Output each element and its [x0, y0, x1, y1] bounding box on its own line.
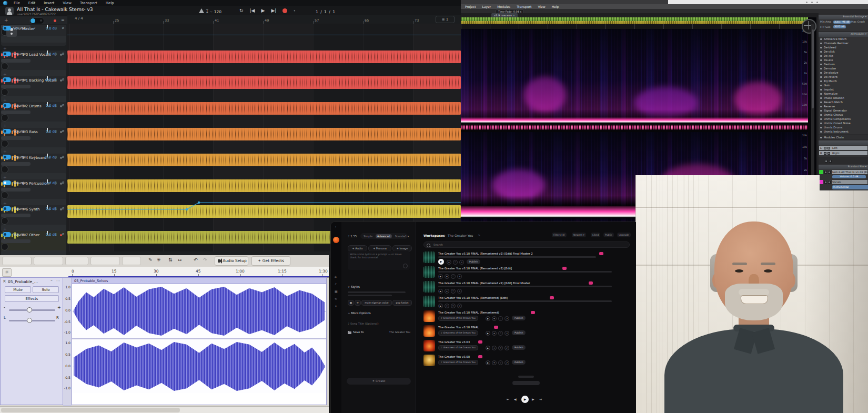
volume-param-caret[interactable]: ∨ — [34, 207, 36, 210]
rx-menu-project[interactable]: Project — [465, 5, 476, 8]
module-item[interactable]: Imprint — [819, 87, 868, 92]
automation-icon[interactable]: ø — [62, 206, 64, 210]
song-row[interactable]: The Greater You v3.10 FINAL (Remastered … — [416, 266, 636, 281]
module-item[interactable]: De-click — [819, 49, 868, 54]
add-icon[interactable]: + — [445, 274, 449, 279]
lyrics-input[interactable]: Write some lyrics or a prompt — or leave… — [348, 251, 410, 270]
record-buttons-disabled[interactable] — [65, 257, 88, 265]
model-version-select[interactable]: v1 ▾ — [403, 235, 409, 238]
gain-slider-thumb[interactable] — [27, 307, 32, 313]
track-fader[interactable] — [1, 162, 31, 166]
styles-section-label[interactable]: ∨ Styles — [348, 285, 360, 288]
add-icon[interactable]: + — [492, 346, 497, 350]
track-header-selected[interactable]: 8 7 Other M S Volume∨0.0 dBø — [1, 231, 66, 252]
more-options-toggle[interactable]: + More Options — [348, 311, 371, 315]
play-icon[interactable]: ▶ — [486, 360, 490, 365]
loop-button[interactable]: ↻ — [239, 8, 244, 13]
automation-icon[interactable]: ø — [62, 103, 64, 107]
play-icon[interactable]: ▶ — [438, 304, 443, 308]
breadcrumb-workspace-name[interactable]: The Greater You — [448, 234, 473, 237]
share-icon[interactable]: ↗ — [504, 346, 509, 350]
share-icon[interactable]: ↗ — [504, 331, 509, 336]
effects-button[interactable]: Effects — [5, 295, 59, 302]
bar-ruler[interactable]: 4 / 4 25 33 41 49 57 65 73 ≣ 1 — [67, 15, 461, 24]
styles-shuffle-icon[interactable]: ↻ — [355, 300, 361, 306]
metronome-icon[interactable] — [199, 8, 204, 13]
mute-button[interactable]: Mute — [5, 286, 31, 293]
volume-toggle[interactable] — [3, 26, 11, 31]
tempo-value[interactable]: ~ 120 — [209, 9, 221, 14]
add-icon[interactable]: + — [492, 331, 497, 336]
fit-tool-icon[interactable]: ↔ — [178, 257, 182, 263]
share-icon[interactable]: ↗ — [504, 360, 509, 365]
layer-row-instrumental[interactable]: Instrumental — [832, 185, 868, 189]
volume-param-caret[interactable]: ∨ — [34, 233, 36, 236]
waveform-overview-strip[interactable] — [461, 17, 808, 21]
module-item[interactable]: Ambience Match — [819, 37, 868, 41]
pan-slider[interactable] — [9, 320, 55, 321]
filters-button[interactable]: Filters (4) — [552, 233, 567, 237]
module-item[interactable]: De-hum — [819, 62, 868, 66]
persona-pill[interactable]: ♪ Greatness of the Dream You — [438, 316, 478, 321]
like-icon[interactable]: ♡ — [498, 346, 503, 350]
add-track-button[interactable]: + — [4, 17, 8, 23]
player-play-button[interactable]: ▶ — [521, 396, 529, 403]
window-minimize-button[interactable] — [806, 2, 808, 3]
rx-menu-layer[interactable]: Layer — [482, 5, 491, 8]
trim-tool-icon[interactable]: ⇅ — [168, 257, 173, 263]
automation-icon[interactable]: ø — [62, 180, 64, 185]
draw-tool-icon[interactable]: ✎ — [148, 257, 153, 263]
like-icon[interactable]: ♡ — [498, 331, 503, 336]
arrangement-area[interactable] — [67, 24, 461, 251]
module-item[interactable]: Reverse — [819, 104, 868, 108]
save-to-label[interactable]: Save to — [353, 330, 364, 334]
play-icon[interactable]: ▶ — [486, 346, 490, 350]
track-fader[interactable] — [1, 59, 31, 63]
persona-pill[interactable]: ♪ Greatness of the Dream You — [438, 345, 478, 350]
share-icon[interactable]: ↗ — [504, 316, 509, 321]
pan-slider-thumb[interactable] — [27, 318, 32, 323]
track-filter-icon[interactable]: ≡ — [61, 18, 65, 23]
play-icon[interactable]: ▶ — [438, 289, 443, 294]
timeline-options-gear-icon[interactable]: ☼ — [2, 268, 12, 277]
record-options-caret[interactable]: ▾ — [294, 9, 295, 12]
master-monitor-toggle[interactable] — [29, 17, 44, 24]
tab-close-icon[interactable]: × — [513, 14, 515, 17]
track-fader[interactable] — [1, 136, 31, 140]
window-maximize-button[interactable] — [811, 2, 813, 3]
library-icon[interactable]: ▦ — [335, 289, 338, 293]
daw-menu-view[interactable]: View — [63, 1, 72, 5]
song-thumbnail[interactable] — [423, 355, 435, 366]
track-header[interactable]: 4 3 Bass M S Volume∨0.0 dBø — [1, 128, 66, 149]
master-track-header[interactable]: Master Volume ∨ 0.0 dB ø — [1, 25, 66, 46]
style-chip[interactable]: pop fusion — [392, 300, 412, 306]
song-thumbnail[interactable] — [423, 340, 435, 351]
like-icon[interactable]: ♡ — [451, 274, 456, 279]
channel-row-right[interactable]: R Right — [819, 151, 867, 155]
waveform-area[interactable]: 05_Probable_Selves — [72, 277, 327, 405]
collapse-icon[interactable]: ⌃ — [50, 279, 53, 284]
project-avatar[interactable] — [5, 7, 14, 15]
song-thumbnail[interactable] — [423, 310, 435, 322]
volume-param-caret[interactable]: ∨ — [34, 129, 36, 133]
daw-menu-file[interactable]: File — [14, 1, 20, 5]
snap-setting[interactable]: ≣ 1 — [436, 16, 455, 23]
module-item[interactable]: Channels Remixer — [819, 41, 868, 45]
track-fader[interactable] — [1, 214, 31, 217]
module-item[interactable]: Unmix Drums — [819, 125, 868, 129]
persona-pill[interactable]: ♪ Greatness of the Dream You — [438, 360, 478, 365]
audio-clip-lead-vocals[interactable] — [67, 51, 461, 63]
daw-menu-edit[interactable]: Edit — [28, 1, 36, 5]
multi-tool-icon[interactable]: ✳ — [157, 257, 161, 263]
rewind-icon[interactable]: ◀ — [514, 397, 517, 401]
layer-color-swatch[interactable] — [819, 170, 823, 174]
modules-panel-header[interactable]: ModulesAll Modules ▾ — [819, 32, 868, 37]
track-pan-knob[interactable] — [1, 88, 8, 96]
channels-panel-header[interactable]: Channels — [819, 140, 868, 145]
public-filter-button[interactable]: Public — [603, 233, 614, 237]
volume-value[interactable]: 0.0 dB — [46, 155, 57, 159]
track-fader[interactable] — [1, 188, 31, 192]
audio-clip-backing-vocals[interactable] — [67, 76, 461, 89]
rx-menu-modules[interactable]: Modules — [497, 5, 510, 8]
publish-button[interactable]: Publish — [512, 360, 526, 365]
